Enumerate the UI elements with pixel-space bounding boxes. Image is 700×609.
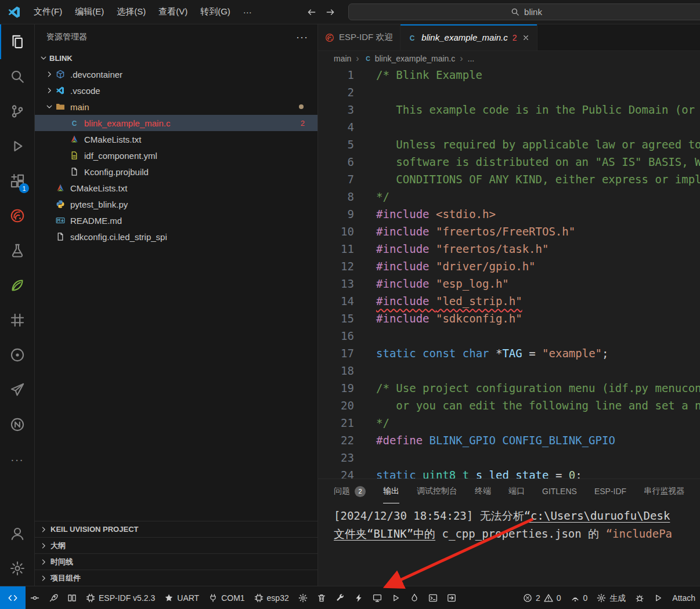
status-remote[interactable] [0, 586, 26, 609]
tree-item-sdkconfig-ci-led-strip-spi[interactable]: sdkconfig.ci.led_strip_spi [35, 229, 317, 245]
titlebar-search[interactable]: blink [348, 3, 700, 20]
menu-more[interactable]: ··· [237, 0, 258, 24]
code-line: 8*/ [318, 188, 700, 205]
status-custom-task[interactable] [442, 586, 461, 609]
trash-icon [317, 593, 326, 603]
status-build[interactable] [331, 586, 349, 609]
line-number: 19 [318, 379, 354, 397]
activity-more-views[interactable]: ··· [0, 442, 34, 477]
menu-edit[interactable]: 编辑(E) [68, 0, 110, 24]
tree-item-pytest-blink-py[interactable]: pytest_blink.py [35, 196, 317, 212]
tree-item-kconfig-projbuild[interactable]: Kconfig.projbuild [35, 164, 317, 180]
more-actions-icon[interactable]: ··· [296, 32, 308, 42]
activity-extension-leaf[interactable] [0, 268, 34, 303]
activity-search[interactable] [0, 59, 34, 94]
container-icon [56, 70, 65, 79]
status-problems[interactable]: 20 [518, 586, 566, 609]
tree-item-cmakelists-txt[interactable]: CMakeLists.txt [35, 180, 317, 196]
activity-extension-circle[interactable] [0, 338, 34, 372]
menu-selection[interactable]: 选择(S) [110, 0, 152, 24]
output-link[interactable]: 文件夹“BLINK”中的 [334, 527, 435, 540]
status-attach[interactable]: Attach [667, 586, 700, 609]
activity-extension-plane[interactable] [0, 372, 34, 407]
status-serial-count[interactable]: 0 [566, 586, 593, 609]
tree-item-devcontainer[interactable]: .devcontainer [35, 66, 317, 82]
activity-espressif[interactable] [0, 198, 34, 233]
status-espidf-version[interactable]: ESP-IDF v5.2.3 [81, 586, 160, 609]
section-project-components[interactable]: 项目组件 [35, 570, 317, 586]
activity-extension-n[interactable] [0, 407, 34, 442]
status-tool-c[interactable] [63, 586, 81, 609]
panel-tab-gitlens[interactable]: GITLENS [542, 479, 577, 503]
output-content[interactable]: [2024/12/30 18:54:23] 无法分析“c:\Users\duru… [318, 503, 700, 543]
tree-item-main[interactable]: main [35, 99, 317, 115]
close-icon[interactable] [522, 34, 530, 42]
section-outline[interactable]: 大纲 [35, 537, 317, 553]
line-number: 14 [318, 292, 354, 310]
leaf-icon [10, 278, 25, 293]
activity-extension-grid[interactable] [0, 303, 34, 338]
status-run[interactable] [649, 586, 667, 609]
status-serial-port[interactable]: COM1 [204, 586, 249, 609]
status-debug-status[interactable] [630, 586, 649, 609]
tree-item-blink-example-main-c[interactable]: Cblink_example_main.c2 [35, 115, 317, 131]
section-blink-label: BLINK [49, 54, 73, 63]
code-line: 13#include "esp_log.h" [318, 275, 700, 292]
breadcrumb-blink-example-main-c[interactable]: Cblink_example_main.c [364, 54, 456, 63]
status-tool-b[interactable] [44, 586, 63, 609]
activity-run-and-debug[interactable] [0, 129, 34, 164]
status-tool-a[interactable] [26, 586, 44, 609]
status-flash-method[interactable]: UART [160, 586, 204, 609]
tree-item-vscode[interactable]: .vscode [35, 82, 317, 99]
code-line: 14#include "led_strip.h" [318, 292, 700, 310]
titlebar: 文件(F)编辑(E)选择(S)查看(V)转到(G)··· blink [0, 0, 700, 24]
editor[interactable]: 1/* Blink Example23 This example code is… [318, 66, 700, 478]
breadcrumb-main[interactable]: main [334, 54, 351, 63]
menu-file[interactable]: 文件(F) [27, 0, 68, 24]
activity-source-control[interactable] [0, 94, 34, 129]
panel-tab-problems[interactable]: 问题2 [334, 479, 366, 503]
status-flash[interactable] [349, 586, 368, 609]
activity-testing[interactable] [0, 233, 34, 268]
status-full-clean[interactable] [312, 586, 331, 609]
tree-item-idf-component-yml[interactable]: idf_component.yml [35, 147, 317, 164]
status-idf-terminal[interactable] [424, 586, 442, 609]
breadcrumb-[interactable]: ... [468, 54, 475, 63]
panel-tab-espidf[interactable]: ESP-IDF [594, 479, 626, 503]
status-menuconfig[interactable] [294, 586, 312, 609]
status-flash-flame[interactable] [405, 586, 424, 609]
tree-item-readme-md[interactable]: README.md [35, 212, 317, 229]
menu-go[interactable]: 转到(G) [194, 0, 237, 24]
back-icon[interactable] [306, 7, 317, 17]
status-monitor[interactable] [368, 586, 387, 609]
output-link[interactable]: “c:\Users\duruofu\Desk [524, 509, 670, 522]
account-icon [10, 526, 25, 541]
tab-espidf-welcome[interactable]: ESP-IDF 欢迎 [318, 24, 400, 50]
status-build-task[interactable]: 生成 [592, 586, 630, 609]
panel-tab-output[interactable]: 输出 [383, 479, 399, 503]
section-blink[interactable]: BLINK [35, 50, 317, 66]
error-icon [523, 593, 532, 603]
section-keil-uvision-project[interactable]: KEIL UVISION PROJECT [35, 521, 317, 537]
forward-icon[interactable] [325, 7, 335, 17]
section-timeline[interactable]: 时间线 [35, 553, 317, 570]
activity-explorer[interactable] [0, 24, 34, 59]
tab-blink-example-main[interactable]: Cblink_example_main.c2 [400, 24, 537, 50]
panel-tab-ports[interactable]: 端口 [508, 479, 525, 503]
panel-tab-terminal[interactable]: 终端 [475, 479, 491, 503]
flame-icon [410, 593, 419, 603]
scm-icon [10, 104, 25, 119]
chevr-icon [45, 86, 53, 95]
panel-tab-debug-console[interactable]: 调试控制台 [417, 479, 457, 503]
tree-item-cmakelists-txt[interactable]: CMakeLists.txt [35, 131, 317, 147]
menu-view[interactable]: 查看(V) [152, 0, 194, 24]
activity-accounts[interactable] [0, 516, 34, 551]
folder-icon [56, 102, 65, 111]
activity-settings[interactable] [0, 551, 34, 586]
panel: 问题2输出调试控制台终端端口GITLENSESP-IDF串行监视器 [2024/… [318, 478, 700, 586]
panel-tab-serial-monitor[interactable]: 串行监视器 [644, 479, 684, 503]
status-device-target[interactable]: esp32 [250, 586, 294, 609]
activity-extensions[interactable]: 1 [0, 164, 34, 198]
status-debug[interactable] [387, 586, 405, 609]
line-number: 10 [318, 223, 354, 240]
